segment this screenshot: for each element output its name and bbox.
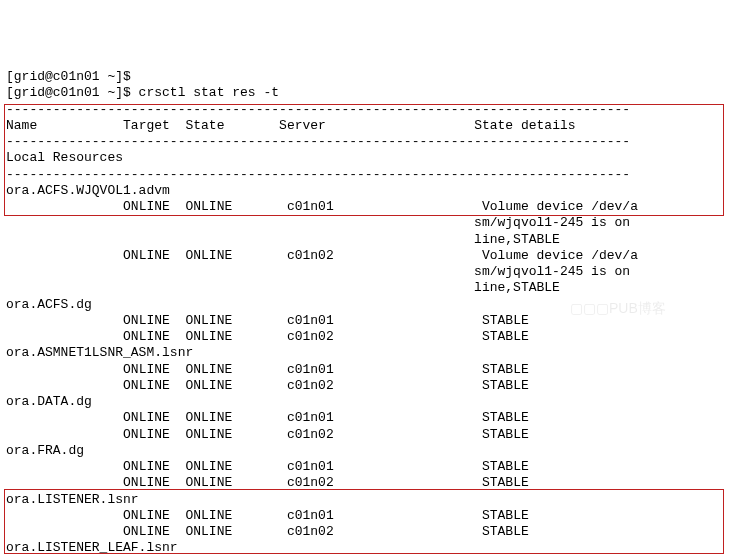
state-details: line,STABLE — [474, 280, 560, 295]
state: ONLINE — [185, 313, 232, 328]
state-details: STABLE — [482, 313, 529, 328]
divider: ----------------------------------------… — [6, 134, 630, 149]
server: c01n02 — [287, 248, 334, 263]
prompt-line: [grid@c01n01 ~]$ — [6, 69, 131, 84]
state-details: STABLE — [482, 378, 529, 393]
col-state: State — [185, 118, 224, 133]
server: c01n01 — [287, 313, 334, 328]
server: c01n01 — [287, 508, 334, 523]
target: ONLINE — [123, 329, 170, 344]
server: c01n01 — [287, 410, 334, 425]
state: ONLINE — [185, 410, 232, 425]
server: c01n01 — [287, 199, 334, 214]
state-details: STABLE — [482, 475, 529, 490]
state: ONLINE — [185, 524, 232, 539]
state: ONLINE — [185, 378, 232, 393]
state: ONLINE — [185, 508, 232, 523]
target: ONLINE — [123, 524, 170, 539]
server: c01n02 — [287, 475, 334, 490]
state-details: STABLE — [482, 329, 529, 344]
target: ONLINE — [123, 248, 170, 263]
state: ONLINE — [185, 362, 232, 377]
resource-name: ora.FRA.dg — [6, 443, 84, 458]
state-details: STABLE — [482, 410, 529, 425]
col-server: Server — [279, 118, 326, 133]
state: ONLINE — [185, 248, 232, 263]
target: ONLINE — [123, 459, 170, 474]
resource-name: ora.ACFS.WJQVOL1.advm — [6, 183, 170, 198]
state-details: Volume device /dev/a — [482, 199, 638, 214]
state-details: sm/wjqvol1-245 is on — [474, 215, 630, 230]
target: ONLINE — [123, 427, 170, 442]
divider: ----------------------------------------… — [6, 167, 630, 182]
state: ONLINE — [185, 329, 232, 344]
server: c01n01 — [287, 362, 334, 377]
state-details: sm/wjqvol1-245 is on — [474, 264, 630, 279]
state: ONLINE — [185, 199, 232, 214]
target: ONLINE — [123, 313, 170, 328]
watermark: ▢▢▢PUB博客 — [570, 300, 666, 318]
resource-name: ora.LISTENER_LEAF.lsnr — [6, 540, 178, 555]
target: ONLINE — [123, 362, 170, 377]
target: ONLINE — [123, 199, 170, 214]
resource-name: ora.ACFS.dg — [6, 297, 92, 312]
divider: ----------------------------------------… — [6, 102, 630, 117]
command-line: [grid@c01n01 ~]$ crsctl stat res -t — [6, 85, 279, 100]
col-target: Target — [123, 118, 170, 133]
col-name: Name — [6, 118, 37, 133]
server: c01n02 — [287, 378, 334, 393]
resource-name: ora.DATA.dg — [6, 394, 92, 409]
state-details: STABLE — [482, 362, 529, 377]
state-details: Volume device /dev/a — [482, 248, 638, 263]
state: ONLINE — [185, 427, 232, 442]
target: ONLINE — [123, 475, 170, 490]
target: ONLINE — [123, 508, 170, 523]
state-details: line,STABLE — [474, 232, 560, 247]
server: c01n02 — [287, 427, 334, 442]
server: c01n02 — [287, 524, 334, 539]
state-details: STABLE — [482, 524, 529, 539]
state-details: STABLE — [482, 508, 529, 523]
state-details: STABLE — [482, 427, 529, 442]
state-details: STABLE — [482, 459, 529, 474]
target: ONLINE — [123, 410, 170, 425]
target: ONLINE — [123, 378, 170, 393]
server: c01n02 — [287, 329, 334, 344]
resource-name: ora.ASMNET1LSNR_ASM.lsnr — [6, 345, 193, 360]
state: ONLINE — [185, 459, 232, 474]
section-local-resources: Local Resources — [6, 150, 123, 165]
resource-name: ora.LISTENER.lsnr — [6, 492, 139, 507]
server: c01n01 — [287, 459, 334, 474]
col-state-details: State details — [474, 118, 575, 133]
state: ONLINE — [185, 475, 232, 490]
